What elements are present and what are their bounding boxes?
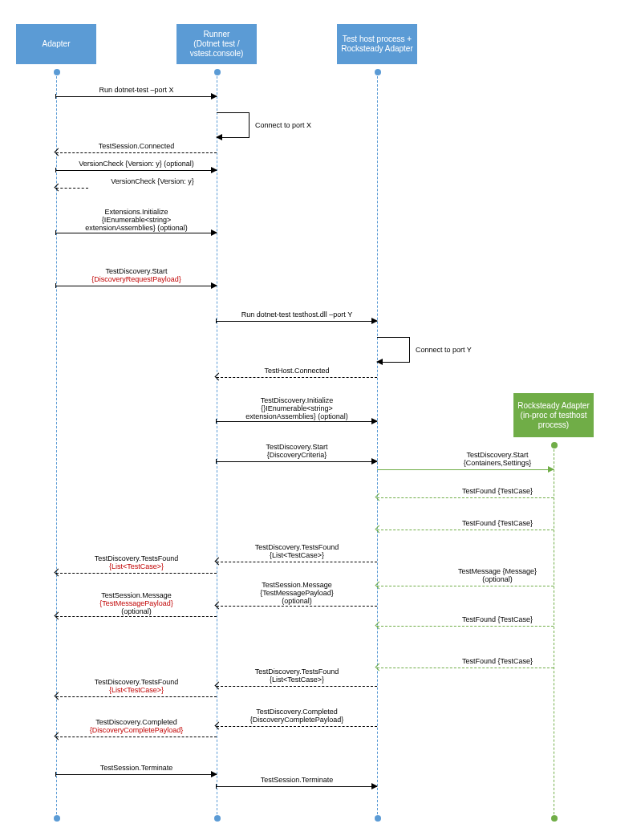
msg-label: TestDiscovery.TestsFound	[255, 668, 339, 676]
msg-label: (optional)	[282, 597, 312, 605]
msg-label: TestDiscovery.Initialize	[261, 396, 333, 404]
lifeline-rocksteady	[554, 445, 554, 818]
msg-label: (optional)	[482, 575, 513, 583]
msg-label: extensionAssemblies} (optional)	[85, 224, 188, 232]
msg-label: {List<TestCase>}	[270, 551, 324, 559]
msg-label: {DiscoveryCompletePayload}	[250, 716, 344, 724]
msg-label: {TestMessagePayload}	[260, 589, 334, 597]
msg-label: {List<TestCase>}	[270, 676, 324, 684]
msg-connect-port-x: Connect to port X	[217, 112, 250, 138]
msg-label: VersionCheck {Version: y} (optional)	[79, 160, 194, 168]
msg-label: TestFound {TestCase}	[462, 615, 533, 623]
msg-label: TestFound {TestCase}	[462, 487, 533, 495]
msg-label: TestDiscovery.TestsFound	[95, 554, 178, 562]
actor-label: Rocksteady Adapter (in-proc of testhost …	[517, 401, 590, 430]
actor-label: Adapter	[42, 39, 70, 49]
msg-label: {DiscoveryCompletePayload}	[90, 726, 184, 734]
actor-testhost: Test host process + Rocksteady Adapter	[337, 24, 417, 64]
msg-label: {DiscoveryRequestPayload}	[91, 275, 181, 283]
msg-label: TestDiscovery.Start	[266, 443, 328, 451]
actor-label: Runner (Dotnet test / vstest.console)	[190, 30, 244, 59]
msg-label: TestDiscovery.Completed	[95, 718, 176, 726]
msg-label: TestMessage {Message}	[458, 567, 537, 575]
msg-label: Connect to port X	[255, 121, 311, 129]
msg-label: {List<TestCase>}	[109, 562, 164, 570]
msg-label: TestSession.Message	[262, 581, 332, 589]
msg-label: {Containers,Settings}	[464, 459, 532, 467]
msg-label: {IEnumerable<string>	[102, 216, 172, 224]
msg-label: (optional)	[121, 607, 152, 615]
msg-label: TestDiscovery.TestsFound	[255, 543, 339, 551]
msg-label: Extensions.Initialize	[104, 208, 168, 216]
msg-label: TestSession.Terminate	[100, 764, 173, 772]
msg-label: Connect to port Y	[416, 346, 472, 354]
sequence-diagram: Adapter Runner (Dotnet test / vstest.con…	[0, 0, 641, 840]
msg-label: TestHost.Connected	[264, 367, 329, 375]
actor-rocksteady: Rocksteady Adapter (in-proc of testhost …	[513, 393, 594, 437]
msg-label: TestDiscovery.TestsFound	[95, 678, 178, 686]
msg-label: TestDiscovery.Start	[467, 451, 529, 459]
msg-label: TestDiscovery.Start	[106, 267, 168, 275]
msg-label: TestSession.Connected	[99, 142, 175, 150]
msg-label: TestDiscovery.Completed	[256, 708, 337, 716]
msg-label: {TestMessagePayload}	[99, 599, 173, 607]
actor-adapter: Adapter	[16, 24, 96, 64]
lifeline-testhost	[377, 72, 378, 818]
msg-connect-port-y: Connect to port Y	[377, 337, 410, 363]
msg-label: TestFound {TestCase}	[462, 657, 533, 665]
msg-label: extensionAssemblies} (optional)	[245, 412, 348, 420]
msg-label: {DiscoveryCriteria}	[267, 451, 327, 459]
actor-runner: Runner (Dotnet test / vstest.console)	[176, 24, 257, 64]
msg-label: TestSession.Terminate	[261, 776, 334, 784]
actor-label: Test host process + Rocksteady Adapter	[341, 34, 413, 54]
msg-label: {}IEnumerable<string>	[261, 404, 333, 412]
msg-label: TestSession.Message	[101, 591, 172, 599]
msg-label: {List<TestCase>}	[109, 686, 164, 694]
msg-label: Run dotnet-test –port X	[99, 86, 173, 94]
msg-label: VersionCheck {Version: y}	[111, 177, 194, 185]
msg-label: TestFound {TestCase}	[462, 519, 533, 527]
msg-label: Run dotnet-test testhost.dll –port Y	[241, 310, 352, 319]
